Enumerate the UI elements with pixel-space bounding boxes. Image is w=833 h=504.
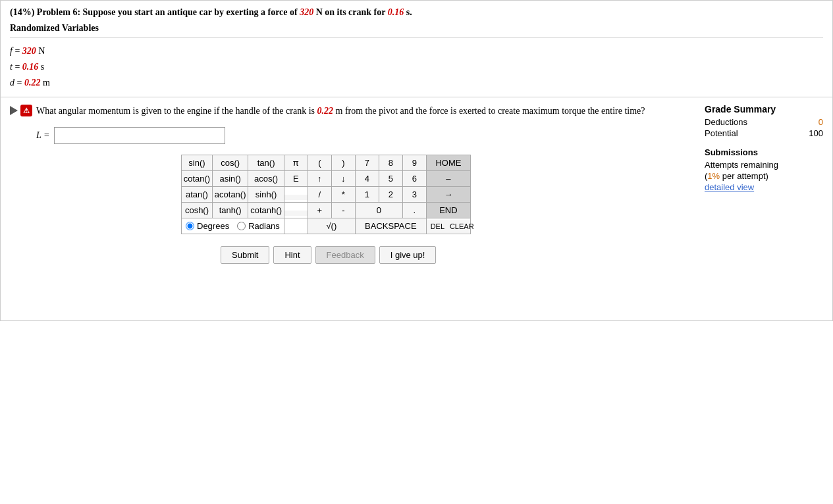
radio-row: Degrees Radians (182, 218, 284, 234)
del-button[interactable]: DEL (427, 220, 448, 233)
calc-cell: – (426, 171, 470, 187)
calc-cell: tan() (248, 155, 284, 171)
right-arrow-button[interactable]: → (427, 187, 470, 202)
play-icon[interactable] (10, 106, 18, 115)
num1-button[interactable]: 1 (356, 187, 379, 202)
calc-radio-cell: Degrees Radians (182, 218, 284, 234)
calc-table: sin() cos() tan() π ( ) 7 8 9 HOME cotan… (181, 155, 471, 234)
backspace-button[interactable]: BACKSPACE (356, 218, 426, 234)
randomized-header: Randomized Variables (10, 23, 823, 38)
acotan-button[interactable]: acotan() (213, 187, 248, 202)
cosh-button[interactable]: cosh() (182, 203, 212, 218)
clear-button[interactable]: CLEAR (448, 220, 470, 233)
calc-cell (284, 187, 308, 203)
problem-title: (14%) Problem 6: Suppose you start an an… (10, 7, 823, 18)
rparen-button[interactable]: ) (332, 155, 355, 170)
pi-button[interactable]: π (284, 155, 308, 170)
potential-label: Potential (705, 128, 738, 138)
submit-button[interactable]: Submit (221, 246, 269, 264)
calc-cell: ( (308, 155, 331, 171)
asin-button[interactable]: asin() (213, 171, 248, 186)
minus-nav-button[interactable]: – (427, 171, 470, 186)
answer-input[interactable] (54, 127, 225, 144)
calc-cell: acotan() (212, 187, 248, 203)
radians-label: Radians (248, 221, 280, 231)
potential-row: Potential 100 (705, 128, 823, 138)
problem-description: Suppose you start an antique car by exer… (83, 7, 412, 17)
calc-cell: → (426, 187, 470, 203)
question-row: ⚠ What angular momentum is given to the … (10, 104, 823, 118)
potential-value: 100 (809, 128, 823, 138)
sin-button[interactable]: sin() (182, 155, 212, 170)
sqrt-button[interactable]: √() (308, 218, 355, 234)
deductions-row: Deductions 0 (705, 117, 823, 127)
subtract-button[interactable]: - (332, 203, 355, 218)
pivot-value: 0.22 (317, 106, 334, 116)
calc-cell: BACKSPACE (355, 218, 426, 234)
calc-cell: cos() (212, 155, 248, 171)
calc-cell (284, 203, 308, 218)
calc-cell (284, 218, 308, 234)
var-f-value: 320 (22, 46, 36, 56)
num0-button[interactable]: 0 (356, 203, 402, 218)
multiply-button[interactable]: * (332, 187, 355, 202)
calc-cell: * (331, 187, 355, 203)
calc-row-2: cotan() asin() acos() E ↑ ↓ 4 5 6 – (182, 171, 471, 187)
sinh-button[interactable]: sinh() (248, 187, 283, 202)
grade-summary-title: Grade Summary (705, 104, 823, 114)
degrees-radio[interactable] (186, 222, 194, 230)
cotanh-button[interactable]: cotanh() (248, 203, 283, 218)
calculator: sin() cos() tan() π ( ) 7 8 9 HOME cotan… (181, 155, 471, 234)
calc-row-4: cosh() tanh() cotanh() + - 0 . END (182, 203, 471, 218)
acos-button[interactable]: acos() (248, 171, 283, 186)
detailed-view-text[interactable]: detailed view (705, 182, 754, 192)
calc-cell: 1 (355, 187, 379, 203)
calc-cell: 2 (379, 187, 402, 203)
num7-button[interactable]: 7 (356, 155, 379, 170)
down-button[interactable]: ↓ (332, 171, 355, 186)
degrees-label: Degrees (197, 221, 229, 231)
atan-button[interactable]: atan() (182, 187, 212, 202)
e-button[interactable]: E (284, 171, 308, 186)
divide-button[interactable]: / (308, 187, 331, 202)
empty-cell-1 (284, 195, 308, 200)
calc-cell: atan() (182, 187, 213, 203)
deductions-value: 0 (819, 117, 823, 127)
calc-cell: + (308, 203, 331, 218)
cos-button[interactable]: cos() (213, 155, 248, 170)
feedback-button[interactable]: Feedback (315, 246, 375, 264)
cotan-button[interactable]: cotan() (182, 171, 212, 186)
attempts-pct: 1% (707, 171, 720, 181)
lparen-button[interactable]: ( (308, 155, 331, 170)
question-icons: ⚠ (10, 105, 32, 116)
calc-cell: DEL CLEAR (426, 218, 470, 234)
radians-radio[interactable] (237, 222, 246, 230)
calc-cell: 9 (402, 155, 426, 171)
end-button[interactable]: END (427, 203, 470, 218)
give-up-button[interactable]: I give up! (379, 246, 437, 264)
calc-cell: . (402, 203, 426, 218)
num3-button[interactable]: 3 (403, 187, 426, 202)
submissions-title: Submissions (705, 147, 823, 157)
attempts-pct-row: (1% per attempt) (705, 171, 823, 181)
calc-row-1: sin() cos() tan() π ( ) 7 8 9 HOME (182, 155, 471, 171)
tan-button[interactable]: tan() (248, 155, 283, 170)
hint-button[interactable]: Hint (273, 246, 311, 264)
time-value: 0.16 (388, 7, 404, 17)
plus-button[interactable]: + (308, 203, 331, 218)
num8-button[interactable]: 8 (379, 155, 402, 170)
tanh-button[interactable]: tanh() (213, 203, 248, 218)
num2-button[interactable]: 2 (379, 187, 402, 202)
detailed-view-link[interactable]: detailed view (705, 182, 823, 192)
up-button[interactable]: ↑ (308, 171, 331, 186)
num4-button[interactable]: 4 (356, 171, 379, 186)
decimal-button[interactable]: . (403, 203, 426, 218)
home-button[interactable]: HOME (427, 155, 470, 170)
problem-section: (14%) Problem 6: Suppose you start an an… (0, 0, 833, 97)
num9-button[interactable]: 9 (403, 155, 426, 170)
num5-button[interactable]: 5 (379, 171, 402, 186)
radians-radio-label[interactable]: Radians (237, 221, 280, 231)
calc-cell: - (331, 203, 355, 218)
degrees-radio-label[interactable]: Degrees (186, 221, 229, 231)
num6-button[interactable]: 6 (403, 171, 426, 186)
